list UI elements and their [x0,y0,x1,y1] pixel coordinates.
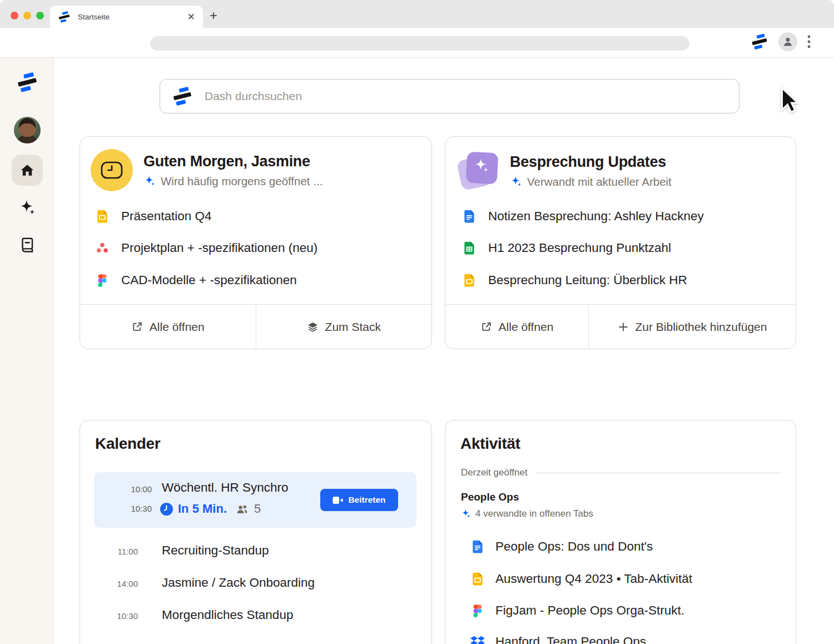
open-all-button[interactable]: Alle öffnen [80,305,256,349]
dropbox-icon [470,635,485,644]
video-camera-icon [332,496,343,504]
clock-badge-icon [91,149,133,191]
browser-tab-bar: Startseite ✕ + [0,0,834,28]
list-item[interactable]: CAD-Modelle + -spezifikationen [95,269,297,291]
button-label: Zum Stack [325,320,381,334]
calendar-event-highlighted[interactable]: 10:00 10:30 Wöchentl. HR Synchro In 5 Mi… [94,472,416,528]
close-window-button[interactable] [11,12,18,19]
section-divider [536,473,781,473]
minimize-window-button[interactable] [23,12,31,19]
sidebar-item-library[interactable] [18,236,36,255]
item-label: Projektplan + -spezifikationen (neu) [121,241,317,255]
event-time: 11:00 [94,547,138,556]
updates-stack-badge-icon [456,149,499,192]
add-to-library-button[interactable]: Zur Bibliothek hinzufügen [588,305,796,349]
window-controls [11,12,44,19]
profile-icon[interactable] [778,32,797,51]
card-title: Besprechung Updates [510,153,672,171]
tab-title: Startseite [78,13,187,21]
join-meeting-button[interactable]: Beitreten [320,489,398,511]
button-label: Alle öffnen [150,320,205,334]
google-slides-icon [462,273,476,288]
go-to-stack-button[interactable]: Zum Stack [256,305,432,349]
event-end-time: 10:30 [94,504,152,513]
card-subtitle: Verwandt mit aktueller Arbeit [527,175,672,189]
address-bar[interactable] [150,36,689,51]
external-link-icon [480,321,492,333]
google-slides-icon [95,209,110,224]
ai-sparkle-icon [510,176,522,188]
list-item[interactable]: Auswertung Q4 2023 • Tab-Aktivität [470,568,692,590]
item-label: Besprechung Leitung: Überblick HR [488,273,687,288]
event-time: 14:00 [94,579,138,588]
event-time: 10:30 [94,611,138,621]
morning-suggestions-card: Guten Morgen, Jasmine Wird häufig morgen… [80,136,432,349]
google-sheets-icon [462,241,476,255]
list-item[interactable]: FigJam - People Ops Orga-Strukt. [470,600,684,622]
google-slides-icon [470,572,485,586]
item-label: Hanford, Team People Ops [495,635,646,644]
event-title: Jasmine / Zack Onboarding [162,576,315,590]
list-item[interactable]: Präsentation Q4 [95,205,212,227]
search-bar[interactable] [160,79,739,113]
dash-home-window: Startseite ✕ + [0,0,834,644]
list-item[interactable]: Hanford, Team People Ops [470,631,646,644]
event-countdown: In 5 Min. [178,502,227,516]
browser-menu-icon[interactable] [807,34,811,49]
calendar-card: Kalender 10:00 10:30 Wöchentl. HR Synchr… [80,420,432,644]
list-item[interactable]: Notizen Besprechung: Ashley Hackney [462,205,704,227]
item-label: Präsentation Q4 [121,209,212,224]
dash-favicon [58,11,71,23]
item-label: Notizen Besprechung: Ashley Hackney [488,209,704,224]
list-item[interactable]: People Ops: Dos und Dont's [470,536,653,558]
calendar-event-row[interactable]: 10:30 Morgendliches Standup [80,605,431,627]
item-label: FigJam - People Ops Orga-Strukt. [495,603,684,618]
item-label: Auswertung Q4 2023 • Tab-Aktivität [495,572,692,586]
list-item[interactable]: H1 2023 Besprechung Punktzahl [462,237,671,259]
external-link-icon [131,321,143,333]
plus-icon [618,321,629,333]
home-icon [19,162,35,178]
button-label: Zur Bibliothek hinzufügen [636,320,767,334]
tab-startseite[interactable]: Startseite ✕ [50,6,203,28]
meeting-updates-card: Besprechung Updates Verwandt mit aktuell… [445,136,796,349]
tab-close-icon[interactable]: ✕ [187,12,195,22]
library-book-icon [18,236,36,255]
card-subtitle: Wird häufig morgens geöffnet ... [161,175,322,188]
search-input[interactable] [205,90,727,103]
sidebar-item-home[interactable] [12,155,43,186]
figma-icon [95,273,110,288]
attendees-icon [235,502,249,516]
item-label: CAD-Modelle + -spezifikationen [121,273,297,288]
sidebar-item-assistant[interactable] [18,199,36,217]
google-docs-icon [462,209,476,224]
user-avatar[interactable] [14,117,41,143]
card-title: Guten Morgen, Jasmine [143,153,322,170]
list-item[interactable]: Besprechung Leitung: Überblick HR [462,269,687,291]
countdown-clock-icon [160,503,173,516]
figma-icon [470,603,485,618]
item-label: H1 2023 Besprechung Punktzahl [488,241,671,255]
activity-group-title: People Ops [461,491,519,503]
calendar-title: Kalender [95,435,160,453]
ai-sparkle-icon [143,175,156,187]
dash-search-logo-icon [172,86,193,107]
mouse-cursor [780,87,803,113]
new-tab-button[interactable]: + [210,8,217,23]
attendee-count: 5 [254,502,261,516]
event-start-time: 10:00 [94,484,152,494]
event-title: Wöchentl. HR Synchro [162,480,289,495]
dash-extension-icon[interactable] [751,33,768,51]
google-docs-icon [470,539,485,554]
zoom-window-button[interactable] [36,12,44,19]
stack-icon [307,321,319,333]
button-label: Beitreten [348,495,385,505]
calendar-event-row[interactable]: 11:00 Recruiting-Standup [80,541,431,563]
list-item[interactable]: Projektplan + -spezifikationen (neu) [95,237,317,259]
item-label: People Ops: Dos und Dont's [495,539,653,554]
event-title: Recruiting-Standup [162,543,269,558]
calendar-event-row[interactable]: 14:00 Jasmine / Zack Onboarding [80,573,431,595]
asana-icon [95,241,110,255]
open-all-button[interactable]: Alle öffnen [445,305,588,349]
activity-group-note: 4 verwandte in offenen Tabs [475,508,593,519]
